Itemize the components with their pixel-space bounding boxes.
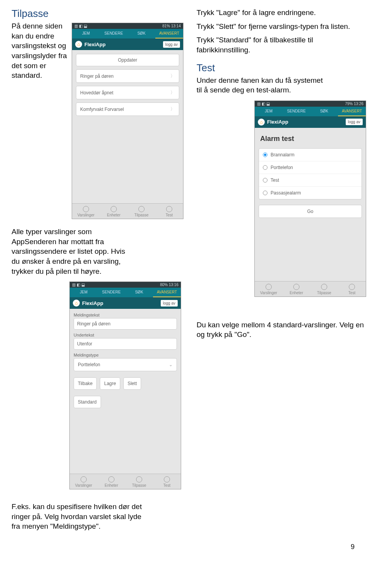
- alert-row[interactable]: Ringer på døren 〉: [76, 69, 179, 83]
- title-bar: ⌂ FlexiApp logg av: [255, 116, 366, 128]
- go-button[interactable]: Go: [259, 205, 362, 218]
- nav-varslinger[interactable]: Varslinger: [70, 474, 98, 489]
- page-number: 9: [12, 543, 358, 551]
- alarm-test-title: Alarm test: [260, 135, 360, 143]
- alert-label: Komfyrvakt Forvarsel: [80, 107, 124, 112]
- nav-test[interactable]: Test: [155, 204, 183, 219]
- app-title: FlexiApp: [267, 119, 288, 125]
- top-tabs: JEM SENDERE SØK AVANSERT: [255, 107, 366, 116]
- nav-test[interactable]: Test: [338, 281, 366, 297]
- tab-sendere[interactable]: SENDERE: [98, 288, 125, 297]
- alert-row[interactable]: Hoveddør åpnet 〉: [76, 86, 179, 99]
- delete-button[interactable]: Slett: [123, 377, 141, 390]
- tilpasse-icon: [138, 206, 145, 212]
- app-title: FlexiApp: [84, 42, 106, 47]
- screenshot-tilpasse-edit: ▥ ◧ ⬓ 80% 13:16 JEM SENDERE SØK AVANSERT…: [69, 281, 181, 489]
- tab-avansert[interactable]: AVANSERT: [338, 107, 366, 116]
- nav-varslinger[interactable]: Varslinger: [72, 204, 100, 219]
- nav-enheter[interactable]: Enheter: [283, 281, 310, 297]
- select-value: Porttelefon: [78, 362, 100, 367]
- label-meldingstype: Meldingstype: [74, 353, 177, 357]
- right-p3: Trykk "Standard" for å tilbakestille til…: [197, 35, 366, 55]
- bottom-nav: Varslinger Enheter Tilpasse Test: [255, 281, 366, 297]
- tab-jem[interactable]: JEM: [72, 29, 100, 39]
- alert-label: Ringer på døren: [80, 74, 114, 79]
- nav-test[interactable]: Test: [153, 474, 181, 489]
- top-tabs: JEM SENDERE SØK AVANSERT: [70, 288, 181, 297]
- nav-tilpasse[interactable]: Tilpasse: [125, 474, 153, 489]
- right-p1: Trykk "Lagre" for å lagre endringene.: [197, 8, 366, 18]
- select-meldingstype[interactable]: Porttelefon ⌄: [74, 358, 177, 371]
- label-meldingstekst: Meldingstekst: [74, 313, 177, 317]
- status-right: 81% 13:14: [162, 24, 181, 28]
- enheter-icon: [293, 284, 299, 290]
- tab-sendere[interactable]: SENDERE: [100, 29, 128, 39]
- back-button[interactable]: Tilbake: [74, 377, 97, 390]
- tab-sok[interactable]: SØK: [310, 107, 338, 116]
- standard-button[interactable]: Standard: [74, 396, 101, 408]
- tab-avansert[interactable]: AVANSERT: [153, 288, 181, 297]
- right-p4: Du kan velge mellom 4 standard-varslinge…: [197, 320, 366, 340]
- tilpasse-description-2: Alle typer varslinger som AppSenderen ha…: [12, 227, 127, 276]
- tab-jem[interactable]: JEM: [255, 107, 283, 116]
- nav-enheter[interactable]: Enheter: [100, 204, 128, 219]
- nav-tilpasse[interactable]: Tilpasse: [310, 281, 338, 297]
- app-title: FlexiApp: [82, 300, 103, 306]
- nav-tilpasse[interactable]: Tilpasse: [128, 204, 155, 219]
- radio-icon: [263, 178, 267, 183]
- top-tabs: JEM SENDERE SØK AVANSERT: [72, 29, 183, 39]
- chevron-right-icon: 〉: [170, 73, 175, 79]
- radio-icon: [263, 165, 267, 170]
- section-heading-tilpasse: Tilpasse: [12, 8, 181, 20]
- status-icons-left: ▥ ◧ ⬓: [257, 102, 270, 106]
- input-undertekst[interactable]: Utenfor: [74, 338, 177, 350]
- home-icon[interactable]: ⌂: [73, 300, 80, 307]
- option-passasjealarm[interactable]: Passasjealarm: [259, 187, 362, 199]
- enheter-icon: [108, 476, 114, 482]
- option-brannalarm[interactable]: Brannalarm: [259, 149, 362, 161]
- alert-row[interactable]: Komfyrvakt Forvarsel 〉: [76, 102, 179, 116]
- tab-sok[interactable]: SØK: [128, 29, 155, 39]
- status-bar: ▥ ◧ ⬓ 80% 13:16: [70, 282, 181, 288]
- alarm-options: Brannalarm Porttelefon Test Passasjealar…: [259, 148, 362, 199]
- status-bar: ▥ ◧ ⬓ 79% 13:26: [255, 101, 366, 107]
- screenshot-alarm-test: ▥ ◧ ⬓ 79% 13:26 JEM SENDERE SØK AVANSERT…: [254, 101, 366, 297]
- test-icon: [164, 476, 170, 482]
- logoff-button[interactable]: logg av: [163, 41, 180, 48]
- tab-avansert[interactable]: AVANSERT: [155, 29, 183, 39]
- chevron-right-icon: 〉: [170, 106, 175, 112]
- radio-icon: [263, 152, 267, 157]
- test-icon: [166, 206, 172, 212]
- alert-label: Hoveddør åpnet: [80, 90, 113, 95]
- update-button[interactable]: Oppdater: [76, 54, 179, 66]
- nav-varslinger[interactable]: Varslinger: [255, 281, 283, 297]
- title-bar: ⌂ FlexiApp logg av: [70, 297, 181, 309]
- home-icon[interactable]: ⌂: [75, 41, 82, 48]
- logoff-button[interactable]: logg av: [161, 300, 178, 307]
- tab-jem[interactable]: JEM: [70, 288, 98, 297]
- nav-enheter[interactable]: Enheter: [98, 474, 125, 489]
- tab-sendere[interactable]: SENDERE: [283, 107, 310, 116]
- home-icon[interactable]: ⌂: [258, 119, 265, 126]
- status-icons-left: ▥ ◧ ⬓: [72, 283, 85, 287]
- save-button[interactable]: Lagre: [100, 377, 120, 390]
- bottom-nav: Varslinger Enheter Tilpasse Test: [70, 474, 181, 489]
- test-icon: [349, 284, 355, 290]
- tilpasse-description: På denne siden kan du endre varslingstek…: [12, 21, 69, 80]
- status-right: 80% 13:16: [160, 283, 178, 287]
- screenshot-tilpasse-list: ▥ ◧ ⬓ 81% 13:14 JEM SENDERE SØK AVANSERT…: [72, 23, 183, 219]
- status-right: 79% 13:26: [345, 102, 363, 106]
- option-porttelefon[interactable]: Porttelefon: [259, 161, 362, 174]
- option-test[interactable]: Test: [259, 174, 362, 187]
- input-meldingstekst[interactable]: Ringer på døren: [74, 318, 177, 330]
- varslinger-icon: [83, 206, 89, 212]
- varslinger-icon: [81, 476, 87, 482]
- label-undertekst: Undertekst: [74, 333, 177, 337]
- radio-icon: [263, 191, 267, 195]
- chevron-down-icon: ⌄: [169, 362, 173, 367]
- status-bar: ▥ ◧ ⬓ 81% 13:14: [72, 23, 183, 29]
- tab-sok[interactable]: SØK: [125, 288, 153, 297]
- status-icons-left: ▥ ◧ ⬓: [74, 24, 87, 28]
- test-description: Under denne fanen kan du få systemet til…: [197, 75, 324, 95]
- logoff-button[interactable]: logg av: [346, 119, 363, 125]
